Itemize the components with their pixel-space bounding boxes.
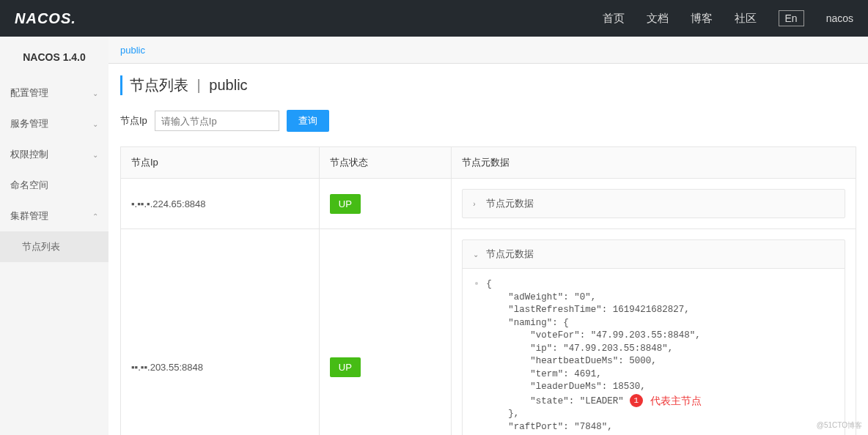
sidebar-title: NACOS 1.4.0 [0, 37, 108, 78]
search-label: 节点Ip [120, 114, 147, 127]
sidebar-item-label: 集群管理 [10, 209, 48, 223]
lang-toggle[interactable]: En [779, 10, 804, 26]
search-input[interactable] [155, 111, 279, 131]
sidebar: NACOS 1.4.0 配置管理 ⌄ 服务管理 ⌄ 权限控制 ⌄ 命名空间 集群… [0, 37, 108, 435]
sidebar-item-label: 服务管理 [10, 117, 48, 130]
user-name[interactable]: nacos [826, 12, 853, 24]
sidebar-item-label: 命名空间 [10, 179, 48, 192]
sidebar-item-cluster-nodes[interactable]: 节点列表 [0, 231, 108, 262]
cell-status: UP [319, 229, 452, 436]
nav-home[interactable]: 首页 [603, 12, 625, 26]
accordion-label: 节点元数据 [486, 197, 534, 210]
tab-public[interactable]: public [120, 45, 145, 56]
sidebar-item-auth[interactable]: 权限控制 ⌄ [0, 139, 108, 170]
page-title-sep: | [197, 77, 201, 93]
sidebar-item-label: 配置管理 [10, 86, 48, 100]
chevron-down-icon: ⌄ [92, 151, 98, 159]
chevron-down-icon: ⌄ [473, 250, 480, 259]
nodes-table: 节点Ip 节点状态 节点元数据 ▪.▪▪.▪.224.65:8848UP›节点元… [120, 146, 856, 435]
tabs-bar: public [108, 37, 868, 64]
chevron-down-icon: ⌄ [92, 89, 98, 97]
watermark: @51CTO博客 [817, 420, 862, 431]
accordion-body: { "adWeight": "0", "lastRefreshTime": 16… [463, 268, 845, 435]
cell-ip: ▪▪.▪▪.203.55:8848 [121, 229, 320, 436]
nav-blog[interactable]: 博客 [691, 12, 713, 26]
chevron-right-icon: › [473, 200, 480, 208]
page-title-main: 节点列表 [130, 77, 188, 93]
logo: NACOS. [15, 10, 76, 27]
cell-status: UP [319, 179, 452, 229]
sidebar-item-label: 权限控制 [10, 148, 48, 161]
annotation-text: 代表主节点 [650, 395, 702, 406]
th-ip: 节点Ip [121, 147, 320, 179]
sidebar-item-config[interactable]: 配置管理 ⌄ [0, 78, 108, 108]
cell-meta: ⌄节点元数据{ "adWeight": "0", "lastRefreshTim… [452, 229, 856, 436]
accordion-label: 节点元数据 [486, 248, 534, 261]
cell-meta: ›节点元数据 [452, 179, 856, 229]
meta-accordion: ›节点元数据 [462, 189, 845, 218]
status-badge: UP [330, 194, 361, 214]
nav-community[interactable]: 社区 [735, 12, 757, 26]
chevron-down-icon: ⌄ [92, 120, 98, 128]
top-header: NACOS. 首页 文档 博客 社区 En nacos [0, 0, 868, 37]
accordion-header[interactable]: ⌄节点元数据 [463, 240, 845, 268]
cell-ip: ▪.▪▪.▪.224.65:8848 [121, 179, 320, 229]
page-title-ns: public [209, 77, 247, 93]
meta-json: { "adWeight": "0", "lastRefreshTime": 16… [486, 278, 833, 435]
accordion-header[interactable]: ›节点元数据 [463, 190, 845, 218]
annotation-badge: 1 [630, 394, 643, 407]
logo-text: NACOS. [15, 10, 76, 27]
sidebar-item-cluster[interactable]: 集群管理 ⌃ [0, 201, 108, 231]
status-badge: UP [330, 357, 361, 377]
meta-accordion: ⌄节点元数据{ "adWeight": "0", "lastRefreshTim… [462, 239, 845, 435]
th-status: 节点状态 [319, 147, 452, 179]
table-row: ▪▪.▪▪.203.55:8848UP⌄节点元数据{ "adWeight": "… [121, 229, 856, 436]
table-row: ▪.▪▪.▪.224.65:8848UP›节点元数据 [121, 179, 856, 229]
page-title: 节点列表 | public [120, 75, 856, 95]
th-meta: 节点元数据 [452, 147, 856, 179]
chevron-up-icon: ⌃ [92, 212, 98, 220]
main-content: public 节点列表 | public 节点Ip 查询 节点Ip 节点状态 节… [108, 37, 868, 435]
nav-docs[interactable]: 文档 [647, 12, 669, 26]
sidebar-item-service[interactable]: 服务管理 ⌄ [0, 108, 108, 139]
table-header-row: 节点Ip 节点状态 节点元数据 [121, 147, 856, 179]
search-button[interactable]: 查询 [287, 110, 329, 132]
search-row: 节点Ip 查询 [120, 110, 856, 132]
header-nav: 首页 文档 博客 社区 En nacos [603, 10, 853, 26]
sidebar-item-namespace[interactable]: 命名空间 [0, 170, 108, 201]
